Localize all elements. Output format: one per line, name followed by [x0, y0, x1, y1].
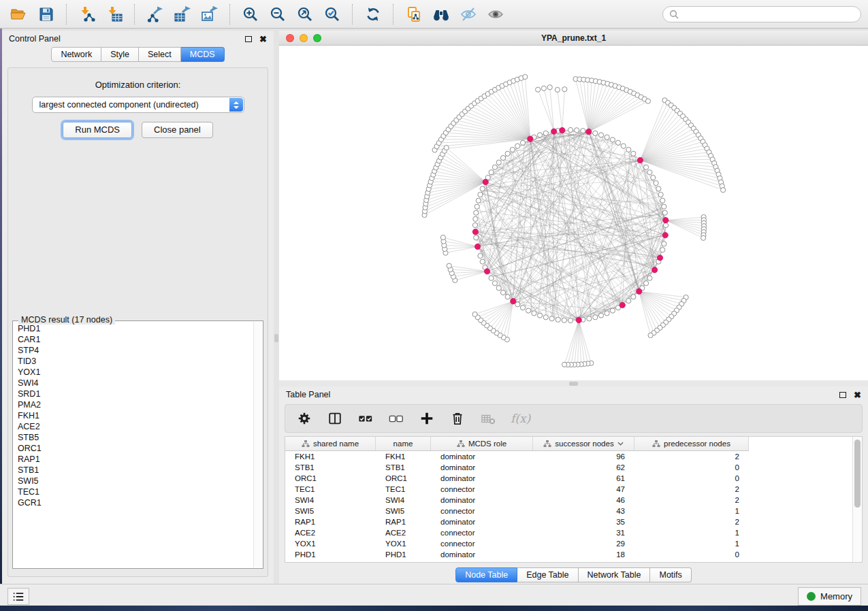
- search-input[interactable]: [683, 9, 854, 20]
- hide-selected-button[interactable]: [456, 3, 481, 25]
- table-scrollbar[interactable]: [852, 437, 862, 562]
- table-row[interactable]: ORC1ORC1dominator610: [285, 473, 862, 484]
- horizontal-splitter[interactable]: [279, 380, 868, 386]
- add-column-icon[interactable]: [419, 410, 435, 427]
- tab-network[interactable]: Network: [51, 47, 101, 62]
- clone-network-icon: [406, 6, 422, 22]
- column-header-successor-nodes[interactable]: successor nodes: [533, 437, 634, 450]
- tab-network-table[interactable]: Network Table: [579, 567, 651, 582]
- mcds-result-item[interactable]: CAR1: [14, 334, 253, 345]
- mcds-result-item[interactable]: SWI5: [14, 476, 253, 486]
- mcds-result-item[interactable]: SRD1: [14, 389, 253, 399]
- tab-motifs[interactable]: Motifs: [650, 567, 691, 582]
- deselect-all-checkboxes-icon[interactable]: [388, 410, 404, 427]
- open-file-button[interactable]: [7, 3, 31, 25]
- tab-style[interactable]: Style: [101, 47, 139, 62]
- table-row[interactable]: STB1STB1dominator620: [285, 462, 862, 473]
- criterion-dropdown[interactable]: largest connected component (undirected): [32, 97, 244, 113]
- search-binoculars-button[interactable]: [429, 3, 453, 25]
- mcds-result-item[interactable]: STB1: [14, 465, 253, 476]
- table-row[interactable]: RAP1RAP1dominator352: [285, 516, 862, 527]
- export-image-button[interactable]: [197, 3, 222, 25]
- clone-network-button[interactable]: [402, 3, 426, 25]
- tab-mcds[interactable]: MCDS: [181, 47, 225, 62]
- table-cell: 2: [634, 495, 749, 506]
- tab-edge-table[interactable]: Edge Table: [517, 567, 578, 582]
- tab-select[interactable]: Select: [139, 47, 181, 62]
- column-header-predecessor-nodes[interactable]: predecessor nodes: [634, 437, 749, 450]
- mcds-result-item[interactable]: RAP1: [14, 454, 253, 465]
- zoom-selected-button[interactable]: [320, 3, 344, 25]
- refresh-icon: [365, 6, 381, 22]
- application-window: Control Panel ✖ NetworkStyleSelectMCDS O…: [0, 0, 868, 611]
- table-row[interactable]: ACE2ACE2connector311: [285, 527, 862, 538]
- split-panel-icon[interactable]: [327, 410, 343, 427]
- import-network-button[interactable]: [75, 3, 99, 25]
- table-row[interactable]: FKH1FKH1dominator962: [285, 451, 862, 462]
- mcds-result-item[interactable]: ACE2: [14, 421, 253, 432]
- import-table-button[interactable]: [102, 3, 127, 25]
- table-cell: 96: [533, 451, 634, 462]
- memory-label: Memory: [820, 591, 852, 601]
- mcds-result-item[interactable]: TEC1: [14, 486, 253, 497]
- settings-gear-icon[interactable]: [296, 410, 312, 427]
- select-all-checkboxes-icon[interactable]: [357, 410, 374, 427]
- tab-node-table[interactable]: Node Table: [455, 567, 517, 582]
- save-session-button[interactable]: [34, 3, 59, 25]
- table-row[interactable]: PHD1PHD1dominator180: [285, 549, 862, 560]
- network-graph-svg[interactable]: [279, 46, 868, 380]
- mcds-result-item[interactable]: TID3: [14, 356, 253, 367]
- show-log-button[interactable]: [7, 588, 29, 605]
- vertical-splitter-handle[interactable]: [274, 334, 278, 342]
- table-cell: TEC1: [376, 484, 431, 495]
- mcds-result-item[interactable]: SWI4: [14, 378, 253, 389]
- global-search-field[interactable]: [662, 6, 861, 22]
- run-mcds-button[interactable]: Run MCDS: [63, 122, 132, 138]
- table-cell: STB1: [376, 462, 431, 473]
- mcds-result-item[interactable]: PMA2: [14, 399, 253, 410]
- import-network-icon: [78, 5, 96, 23]
- vertical-splitter[interactable]: [274, 31, 279, 584]
- table-row[interactable]: SWI4SWI4dominator462: [285, 495, 862, 506]
- table-cell: 35: [533, 516, 634, 527]
- column-header-name[interactable]: name: [376, 437, 431, 450]
- mcds-result-item[interactable]: GCR1: [14, 497, 253, 508]
- maximize-window-icon[interactable]: [313, 34, 321, 42]
- zoom-fit-button[interactable]: [293, 3, 317, 25]
- horizontal-splitter-handle[interactable]: [569, 382, 578, 386]
- export-table-button[interactable]: [170, 3, 195, 25]
- float-panel-icon[interactable]: [245, 36, 252, 42]
- list-icon: [12, 591, 25, 602]
- mcds-result-item[interactable]: FKH1: [14, 410, 253, 421]
- mcds-result-item[interactable]: ORC1: [14, 443, 253, 454]
- mcds-result-item[interactable]: PHD1: [14, 323, 253, 334]
- show-all-button[interactable]: [483, 3, 508, 25]
- mcds-result-item[interactable]: STP4: [14, 345, 253, 356]
- mcds-result-item[interactable]: STB5: [14, 432, 253, 443]
- table-row[interactable]: TEC1TEC1connector472: [285, 484, 862, 495]
- table-row[interactable]: YOX1YOX1connector291: [285, 538, 862, 549]
- network-canvas[interactable]: [279, 46, 868, 380]
- column-header-MCDS-role[interactable]: MCDS role: [431, 437, 533, 450]
- zoom-in-icon: [242, 6, 259, 22]
- refresh-layout-button[interactable]: [361, 3, 385, 25]
- close-window-icon[interactable]: [286, 34, 294, 42]
- zoom-out-button[interactable]: [266, 3, 290, 25]
- close-panel-button[interactable]: Close panel: [142, 122, 213, 138]
- column-header-shared-name[interactable]: shared name: [285, 437, 376, 450]
- minimize-window-icon[interactable]: [300, 34, 308, 42]
- table-row[interactable]: SWI5SWI5connector431: [285, 506, 862, 516]
- close-panel-icon[interactable]: ✖: [854, 391, 861, 399]
- export-network-button[interactable]: [143, 3, 167, 25]
- table-cell: dominator: [431, 549, 533, 560]
- table-cell: YOX1: [376, 538, 431, 549]
- memory-button[interactable]: Memory: [798, 587, 861, 606]
- close-panel-icon[interactable]: ✖: [259, 35, 267, 44]
- network-window-titlebar[interactable]: YPA_prune.txt_1: [279, 31, 868, 46]
- delete-column-icon[interactable]: [449, 410, 466, 427]
- table-scrollbar-thumb[interactable]: [854, 440, 861, 508]
- float-panel-icon[interactable]: [839, 392, 846, 398]
- mcds-result-scrollbar[interactable]: [253, 322, 262, 567]
- zoom-in-button[interactable]: [238, 3, 263, 25]
- mcds-result-item[interactable]: YOX1: [14, 367, 253, 378]
